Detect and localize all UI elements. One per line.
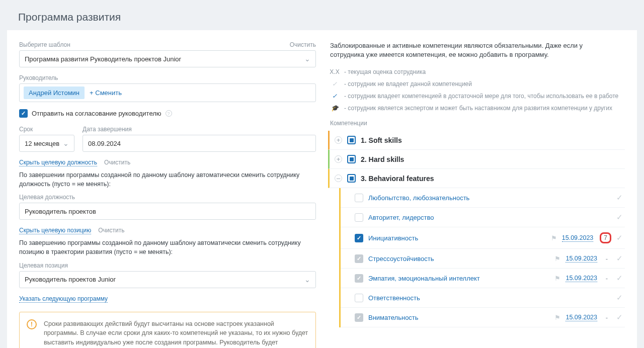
target-slot-value: Руководитель проектов Junior [25, 276, 116, 283]
end-date-label: Дата завершения [83, 126, 316, 133]
check-icon: ✓ [616, 254, 623, 263]
check-icon: ✓ [616, 233, 623, 242]
graduation-cap-icon: 🎓 [330, 105, 339, 112]
competency-row: Инициативность⚑15.09.20237✓ [341, 227, 625, 249]
competency-meta: ⚑15.09.2023-✓ [554, 313, 623, 322]
group-checkbox-partial[interactable] [347, 174, 356, 183]
competency-groups: +1. Soft skills+2. Hard skills–3. Behavi… [330, 131, 625, 327]
competency-row: Стрессоустойчивость⚑15.09.2023-✓ [341, 249, 625, 269]
check-icon: ✓ [616, 293, 623, 302]
chevron-down-icon: ⌄ [304, 276, 310, 284]
competency-name[interactable]: Инициативность [368, 234, 546, 242]
main-container: Выберите шаблон Очистить Программа разви… [7, 30, 637, 348]
collapse-icon[interactable]: – [335, 175, 342, 182]
template-select[interactable]: Программа развития Руководитель проектов… [19, 50, 316, 67]
manager-box: Андрей Истомин Сменить [19, 83, 316, 102]
target-position-input[interactable]: Руководитель проектов [19, 203, 316, 220]
competency-checkbox[interactable] [355, 194, 363, 202]
hide-target-slot-link[interactable]: Скрыть целевую позицию [19, 227, 91, 234]
competency-group: +1. Soft skills [328, 131, 625, 150]
group-title: 2. Hard skills [361, 155, 404, 163]
competencies-intro: Заблокированные и активные компетенции я… [330, 41, 625, 59]
competency-score: - [602, 275, 611, 282]
flag-icon[interactable]: ⚑ [554, 275, 560, 282]
competency-group: +2. Hard skills [328, 150, 625, 169]
warning-icon: ! [27, 319, 37, 329]
term-label: Срок [19, 126, 74, 133]
competency-row: Ответственность✓ [341, 288, 625, 308]
competency-meta: ⚑15.09.2023-✓ [554, 274, 623, 283]
competency-checkbox[interactable] [355, 274, 363, 283]
expand-icon[interactable]: + [335, 155, 342, 163]
check-icon: ✓ [330, 80, 339, 88]
competency-checkbox[interactable] [355, 294, 363, 302]
next-program-link[interactable]: Указать следующую программу [19, 295, 108, 303]
competency-date[interactable]: 15.09.2023 [562, 234, 594, 242]
competency-score: - [602, 314, 611, 321]
change-manager[interactable]: Сменить [90, 89, 122, 97]
competency-row: Эмпатия, эмоциональный интеллект⚑15.09.2… [341, 269, 625, 288]
left-column: Выберите шаблон Очистить Программа разви… [19, 41, 316, 348]
legend-key-score: Х.Х [330, 68, 339, 75]
competency-meta: ✓ [616, 213, 623, 222]
right-column: Заблокированные и активные компетенции я… [330, 41, 625, 348]
competency-checkbox[interactable] [355, 234, 363, 242]
competency-group: –3. Behavioral features [328, 169, 625, 188]
target-position-explain: По завершении программы созданной по дан… [19, 170, 316, 189]
legend: Х.Х - текущая оценка сотрудника ✓ - сотр… [330, 68, 625, 112]
competency-meta: ✓ [616, 193, 623, 202]
target-slot-select[interactable]: Руководитель проектов Junior ⌄ [19, 271, 316, 288]
competency-name[interactable]: Стрессоустойчивость [368, 255, 549, 263]
flag-icon[interactable]: ⚑ [554, 255, 560, 263]
legend-text-none: - сотрудник не владеет данной компетенци… [344, 80, 472, 88]
check-icon: ✓ [616, 193, 623, 202]
info-icon[interactable]: ? [166, 110, 172, 117]
template-clear[interactable]: Очистить [290, 41, 316, 48]
competency-name[interactable]: Авторитет, лидерство [368, 214, 611, 221]
send-approval-row: Отправить на согласование руководителю ? [19, 109, 316, 118]
competency-name[interactable]: Внимательность [368, 314, 549, 321]
flag-icon[interactable]: ⚑ [554, 314, 560, 321]
term-select[interactable]: 12 месяцев ⌄ [19, 135, 74, 152]
competency-checkbox[interactable] [355, 213, 363, 222]
competency-name[interactable]: Любопытство, любознательность [368, 194, 611, 202]
target-position-clear[interactable]: Очистить [104, 159, 130, 166]
warning-text: Сроки развивающих действий будут высчита… [44, 320, 308, 349]
target-slot-label: Целевая позиция [19, 262, 316, 269]
competencies-label: Компетенции [330, 120, 625, 127]
check-icon: ✓ [616, 213, 623, 222]
flag-icon[interactable]: ⚑ [551, 234, 557, 242]
group-checkbox-partial[interactable] [347, 155, 356, 163]
competency-name[interactable]: Эмпатия, эмоциональный интеллект [368, 275, 549, 282]
competency-meta: ⚑15.09.2023-✓ [554, 254, 623, 263]
competency-date[interactable]: 15.09.2023 [566, 314, 597, 321]
check-icon: ✓ [616, 313, 623, 322]
competency-date[interactable]: 15.09.2023 [566, 255, 597, 263]
hide-target-position-link[interactable]: Скрыть целевую должность [19, 159, 97, 166]
group-checkbox-partial[interactable] [347, 136, 356, 144]
manager-label: Руководитель [19, 74, 316, 81]
send-approval-checkbox[interactable] [19, 109, 28, 118]
target-slot-clear[interactable]: Очистить [98, 227, 124, 234]
chevron-down-icon: ⌄ [63, 139, 69, 147]
competency-meta: ⚑15.09.20237✓ [551, 232, 623, 243]
expand-icon[interactable]: + [335, 136, 342, 144]
check-icon: ✓ [330, 93, 339, 100]
target-position-label: Целевая должность [19, 194, 316, 201]
competency-checkbox[interactable] [355, 313, 363, 322]
competency-checkbox[interactable] [355, 254, 363, 263]
end-date-value: 08.09.2024 [88, 140, 121, 147]
term-value: 12 месяцев [25, 140, 59, 147]
competency-row: Любопытство, любознательность✓ [341, 188, 625, 208]
competency-meta: ✓ [616, 293, 623, 302]
competency-date[interactable]: 15.09.2023 [566, 275, 597, 282]
competency-name[interactable]: Ответственность [368, 294, 611, 302]
end-date-input[interactable]: 08.09.2024 [83, 135, 316, 152]
competency-row: Внимательность⚑15.09.2023-✓ [341, 308, 625, 327]
group-title: 3. Behavioral features [361, 175, 434, 183]
warning-box: ! Сроки развивающих действий будут высчи… [19, 312, 316, 349]
competency-list: Любопытство, любознательность✓Авторитет,… [339, 188, 625, 327]
legend-text-score: - текущая оценка сотрудника [344, 68, 426, 75]
manager-chip[interactable]: Андрей Истомин [24, 86, 85, 99]
group-title: 1. Soft skills [361, 136, 402, 144]
